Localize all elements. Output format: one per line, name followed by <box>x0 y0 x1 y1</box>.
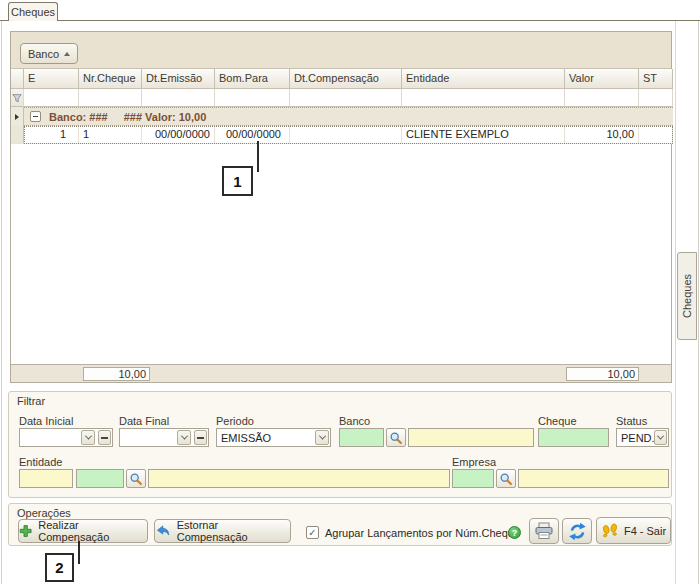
column-header-dt-compensacao[interactable]: Dt.Compensação <box>290 69 402 89</box>
filter-cell-bom-para[interactable] <box>215 89 290 107</box>
f4-sair-button[interactable]: F4 - Sair <box>596 517 671 544</box>
sort-asc-icon <box>64 52 70 56</box>
printer-icon <box>534 522 554 540</box>
minus-icon <box>197 437 204 439</box>
cheques-window: Cheques Banco E Nr.Cheque Dt.Emissão Bom… <box>0 0 700 584</box>
periodo-dropdown-button[interactable] <box>315 430 329 445</box>
entidade-extra-input[interactable] <box>19 469 73 488</box>
cell-nr-cheque[interactable]: 1 <box>79 126 142 144</box>
tab-divider <box>0 20 700 21</box>
cheque-input[interactable] <box>538 428 609 447</box>
help-icon[interactable]: ? <box>508 526 521 539</box>
data-final-dropdown-button[interactable] <box>177 430 191 445</box>
group-row-right-text: ### Valor: 10,00 <box>124 111 207 123</box>
data-final-field[interactable] <box>119 428 209 447</box>
periodo-value: EMISSÃO <box>221 432 271 444</box>
group-by-banco-label: Banco <box>28 48 59 60</box>
callout-1-line <box>257 141 259 172</box>
filter-funnel-icon <box>12 93 22 103</box>
filter-cell-nr-cheque[interactable] <box>79 89 142 107</box>
callout-2-box: 2 <box>45 553 74 582</box>
cell-bom-para[interactable]: 00/00/0000 <box>215 126 290 144</box>
group-row-banco[interactable]: Banco: ### ### Valor: 10,00 <box>24 107 673 126</box>
dock-strip-divider <box>675 21 676 584</box>
estornar-compensacao-button[interactable]: Estornar Compensação <box>154 519 291 543</box>
search-icon <box>499 472 513 486</box>
side-tab-cheques-label: Cheques <box>681 274 693 318</box>
banco-description-input[interactable] <box>408 428 534 447</box>
filter-cell-entidade[interactable] <box>402 89 565 107</box>
filter-cell-dt-compensacao[interactable] <box>290 89 402 107</box>
operacoes-groupbox: Operações Realizar Compensação Estornar … <box>8 503 672 546</box>
side-tab-cheques[interactable]: Cheques <box>677 252 697 340</box>
agrupar-checkbox-label: Agrupar Lançamentos por Núm.Cheque <box>325 527 520 539</box>
cell-valor[interactable]: 10,00 <box>565 126 639 144</box>
chevron-down-icon <box>318 433 325 440</box>
filter-cell-st[interactable] <box>639 89 673 107</box>
group-by-banco-chip[interactable]: Banco <box>20 43 78 64</box>
periodo-label: Periodo <box>216 415 254 427</box>
collapse-group-button[interactable] <box>30 111 41 122</box>
column-header-e[interactable]: E <box>24 69 79 89</box>
empresa-label: Empresa <box>452 456 496 468</box>
cheque-label: Cheque <box>538 415 577 427</box>
entidade-description-input[interactable] <box>148 469 450 488</box>
callout-2-line <box>78 541 80 564</box>
entidade-code-input[interactable] <box>76 469 124 488</box>
filtrar-title: Filtrar <box>17 395 45 407</box>
filtrar-groupbox: Filtrar Data Inicial Data Final Periodo … <box>8 391 672 498</box>
footprints-icon <box>601 523 619 539</box>
empresa-description-input[interactable] <box>518 469 669 488</box>
print-button[interactable] <box>529 518 559 544</box>
data-final-clear-button[interactable] <box>194 430 207 445</box>
column-header-nr-cheque[interactable]: Nr.Cheque <box>79 69 142 89</box>
column-header-dt-emissao[interactable]: Dt.Emissão <box>142 69 215 89</box>
tab-cheques[interactable]: Cheques <box>8 2 58 21</box>
data-inicial-dropdown-button[interactable] <box>81 430 95 445</box>
cell-st[interactable] <box>639 126 673 144</box>
column-header-valor[interactable]: Valor <box>565 69 639 89</box>
chevron-down-icon <box>180 433 187 440</box>
footer-sum-valor: 10,00 <box>566 367 639 381</box>
entidade-search-button[interactable] <box>126 469 146 488</box>
cell-dt-emissao[interactable]: 00/00/0000 <box>142 126 215 144</box>
data-row-indicator <box>11 126 24 144</box>
banco-search-button[interactable] <box>386 428 406 447</box>
periodo-combobox[interactable]: EMISSÃO <box>216 428 331 447</box>
row-arrow-icon <box>15 114 19 120</box>
empresa-code-input[interactable] <box>452 469 494 488</box>
tab-cheques-label: Cheques <box>11 6 55 18</box>
filter-row-indicator <box>11 89 24 107</box>
agrupar-checkbox[interactable]: ✓ <box>306 526 319 539</box>
realizar-compensacao-button[interactable]: Realizar Compensação <box>18 519 148 543</box>
minus-icon <box>101 437 108 439</box>
cheques-grid: Banco E Nr.Cheque Dt.Emissão Bom.Para Dt… <box>10 31 672 383</box>
status-combobox[interactable]: PEND... <box>616 428 669 447</box>
search-icon <box>129 472 143 486</box>
filter-cell-dt-emissao[interactable] <box>142 89 215 107</box>
refresh-icon <box>568 522 587 541</box>
page-border-left <box>1 21 2 584</box>
status-dropdown-button[interactable] <box>654 430 667 445</box>
data-inicial-field[interactable] <box>19 428 113 447</box>
cell-e[interactable]: 1 <box>24 126 79 144</box>
column-header-bom-para[interactable]: Bom.Para <box>215 69 290 89</box>
banco-code-input[interactable] <box>339 428 384 447</box>
refresh-button[interactable] <box>562 518 592 544</box>
group-by-band: Banco <box>11 32 671 69</box>
data-inicial-clear-button[interactable] <box>98 430 111 445</box>
cell-dt-compensacao[interactable] <box>290 126 402 144</box>
cell-entidade[interactable]: CLIENTE EXEMPLO <box>402 126 565 144</box>
plus-icon <box>19 524 32 538</box>
filter-cell-valor[interactable] <box>565 89 639 107</box>
estornar-compensacao-label: Estornar Compensação <box>177 519 290 543</box>
check-icon: ✓ <box>308 527 316 538</box>
filter-cell-e[interactable] <box>24 89 79 107</box>
column-header-st[interactable]: ST <box>639 69 673 89</box>
empresa-search-button[interactable] <box>496 469 516 488</box>
data-inicial-label: Data Inicial <box>19 415 73 427</box>
search-icon <box>389 431 403 445</box>
realizar-compensacao-label: Realizar Compensação <box>38 519 147 543</box>
operacoes-title: Operações <box>17 507 71 519</box>
column-header-entidade[interactable]: Entidade <box>402 69 565 89</box>
